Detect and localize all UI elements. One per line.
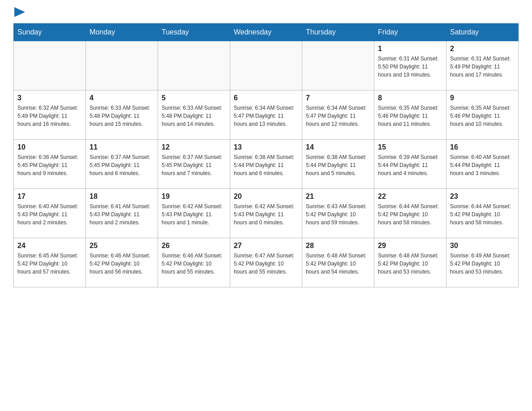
calendar-day-cell: 18Sunrise: 6:41 AM Sunset: 5:43 PM Dayli…	[86, 189, 158, 238]
svg-marker-0	[14, 7, 25, 17]
calendar-day-cell: 25Sunrise: 6:46 AM Sunset: 5:42 PM Dayli…	[86, 238, 158, 287]
day-of-week-header: Friday	[374, 24, 446, 41]
calendar-day-cell: 4Sunrise: 6:33 AM Sunset: 5:48 PM Daylig…	[86, 90, 158, 140]
calendar-day-cell: 10Sunrise: 6:36 AM Sunset: 5:45 PM Dayli…	[14, 140, 86, 189]
calendar-day-cell: 28Sunrise: 6:48 AM Sunset: 5:42 PM Dayli…	[302, 238, 374, 287]
day-info: Sunrise: 6:46 AM Sunset: 5:42 PM Dayligh…	[90, 252, 154, 276]
day-number: 14	[306, 143, 370, 151]
day-info: Sunrise: 6:38 AM Sunset: 5:44 PM Dayligh…	[234, 153, 298, 177]
day-number: 24	[17, 242, 82, 250]
day-of-week-header: Tuesday	[158, 24, 230, 41]
day-number: 8	[378, 94, 442, 102]
day-number: 22	[378, 193, 442, 201]
calendar-day-cell: 30Sunrise: 6:49 AM Sunset: 5:42 PM Dayli…	[446, 238, 519, 287]
calendar-day-cell: 12Sunrise: 6:37 AM Sunset: 5:45 PM Dayli…	[158, 140, 230, 189]
calendar-week-row: 24Sunrise: 6:45 AM Sunset: 5:42 PM Dayli…	[14, 238, 519, 287]
day-info: Sunrise: 6:43 AM Sunset: 5:42 PM Dayligh…	[306, 202, 370, 227]
day-number: 15	[378, 143, 442, 151]
calendar-week-row: 17Sunrise: 6:40 AM Sunset: 5:43 PM Dayli…	[14, 189, 519, 238]
day-number: 5	[162, 94, 226, 102]
day-info: Sunrise: 6:47 AM Sunset: 5:42 PM Dayligh…	[234, 252, 298, 276]
logo-content	[13, 9, 25, 14]
day-number: 27	[234, 242, 298, 250]
day-of-week-header: Monday	[86, 24, 158, 41]
day-info: Sunrise: 6:34 AM Sunset: 5:47 PM Dayligh…	[234, 104, 298, 128]
calendar-table: SundayMondayTuesdayWednesdayThursdayFrid…	[13, 23, 519, 287]
day-of-week-header: Sunday	[14, 24, 86, 41]
calendar-day-cell	[230, 41, 302, 90]
day-number: 28	[306, 242, 370, 250]
day-number: 3	[17, 94, 82, 102]
day-number: 26	[162, 242, 226, 250]
calendar-day-cell: 29Sunrise: 6:48 AM Sunset: 5:42 PM Dayli…	[374, 238, 446, 287]
calendar-day-cell: 16Sunrise: 6:40 AM Sunset: 5:44 PM Dayli…	[446, 140, 519, 189]
calendar-day-cell: 11Sunrise: 6:37 AM Sunset: 5:45 PM Dayli…	[86, 140, 158, 189]
calendar-day-cell: 8Sunrise: 6:35 AM Sunset: 5:46 PM Daylig…	[374, 90, 446, 140]
day-number: 10	[17, 143, 82, 151]
day-info: Sunrise: 6:39 AM Sunset: 5:44 PM Dayligh…	[378, 153, 442, 177]
calendar-week-row: 3Sunrise: 6:32 AM Sunset: 5:49 PM Daylig…	[14, 90, 519, 140]
day-info: Sunrise: 6:48 AM Sunset: 5:42 PM Dayligh…	[378, 252, 442, 276]
calendar-day-cell: 23Sunrise: 6:44 AM Sunset: 5:42 PM Dayli…	[446, 189, 519, 238]
day-info: Sunrise: 6:40 AM Sunset: 5:43 PM Dayligh…	[17, 202, 82, 227]
day-number: 23	[450, 193, 515, 201]
day-number: 2	[450, 45, 515, 53]
day-info: Sunrise: 6:33 AM Sunset: 5:48 PM Dayligh…	[90, 104, 154, 128]
calendar-day-cell: 14Sunrise: 6:38 AM Sunset: 5:44 PM Dayli…	[302, 140, 374, 189]
calendar-day-cell: 1Sunrise: 6:31 AM Sunset: 5:50 PM Daylig…	[374, 41, 446, 90]
calendar-day-cell	[86, 41, 158, 90]
day-number: 1	[378, 45, 442, 53]
calendar-day-cell: 22Sunrise: 6:44 AM Sunset: 5:42 PM Dayli…	[374, 189, 446, 238]
day-info: Sunrise: 6:40 AM Sunset: 5:44 PM Dayligh…	[450, 153, 515, 177]
day-info: Sunrise: 6:48 AM Sunset: 5:42 PM Dayligh…	[306, 252, 370, 276]
calendar-day-cell	[302, 41, 374, 90]
calendar-header-row: SundayMondayTuesdayWednesdayThursdayFrid…	[14, 24, 519, 41]
calendar-day-cell: 24Sunrise: 6:45 AM Sunset: 5:42 PM Dayli…	[14, 238, 86, 287]
day-number: 19	[162, 193, 226, 201]
day-info: Sunrise: 6:31 AM Sunset: 5:50 PM Dayligh…	[378, 55, 442, 79]
day-number: 30	[450, 242, 515, 250]
day-info: Sunrise: 6:41 AM Sunset: 5:43 PM Dayligh…	[90, 202, 154, 227]
day-number: 9	[450, 94, 515, 102]
calendar-week-row: 10Sunrise: 6:36 AM Sunset: 5:45 PM Dayli…	[14, 140, 519, 189]
day-info: Sunrise: 6:36 AM Sunset: 5:45 PM Dayligh…	[17, 153, 82, 177]
logo	[13, 9, 25, 14]
calendar-day-cell: 2Sunrise: 6:31 AM Sunset: 5:49 PM Daylig…	[446, 41, 519, 90]
calendar-day-cell: 27Sunrise: 6:47 AM Sunset: 5:42 PM Dayli…	[230, 238, 302, 287]
day-number: 4	[90, 94, 154, 102]
day-info: Sunrise: 6:45 AM Sunset: 5:42 PM Dayligh…	[17, 252, 82, 276]
logo-arrow-icon	[14, 7, 25, 17]
calendar-day-cell: 5Sunrise: 6:33 AM Sunset: 5:48 PM Daylig…	[158, 90, 230, 140]
day-info: Sunrise: 6:38 AM Sunset: 5:44 PM Dayligh…	[306, 153, 370, 177]
day-number: 6	[234, 94, 298, 102]
day-number: 13	[234, 143, 298, 151]
day-info: Sunrise: 6:35 AM Sunset: 5:46 PM Dayligh…	[450, 104, 515, 128]
day-info: Sunrise: 6:32 AM Sunset: 5:49 PM Dayligh…	[17, 104, 82, 128]
day-number: 7	[306, 94, 370, 102]
page-header	[13, 9, 519, 14]
day-info: Sunrise: 6:31 AM Sunset: 5:49 PM Dayligh…	[450, 55, 515, 79]
day-of-week-header: Wednesday	[230, 24, 302, 41]
day-number: 16	[450, 143, 515, 151]
calendar-day-cell	[14, 41, 86, 90]
day-number: 17	[17, 193, 82, 201]
day-number: 25	[90, 242, 154, 250]
calendar-day-cell: 9Sunrise: 6:35 AM Sunset: 5:46 PM Daylig…	[446, 90, 519, 140]
day-info: Sunrise: 6:35 AM Sunset: 5:46 PM Dayligh…	[378, 104, 442, 128]
day-info: Sunrise: 6:46 AM Sunset: 5:42 PM Dayligh…	[162, 252, 226, 276]
calendar-day-cell: 17Sunrise: 6:40 AM Sunset: 5:43 PM Dayli…	[14, 189, 86, 238]
day-info: Sunrise: 6:49 AM Sunset: 5:42 PM Dayligh…	[450, 252, 515, 276]
calendar-day-cell: 26Sunrise: 6:46 AM Sunset: 5:42 PM Dayli…	[158, 238, 230, 287]
calendar-day-cell	[158, 41, 230, 90]
calendar-day-cell: 7Sunrise: 6:34 AM Sunset: 5:47 PM Daylig…	[302, 90, 374, 140]
calendar-day-cell: 19Sunrise: 6:42 AM Sunset: 5:43 PM Dayli…	[158, 189, 230, 238]
calendar-day-cell: 6Sunrise: 6:34 AM Sunset: 5:47 PM Daylig…	[230, 90, 302, 140]
calendar-day-cell: 13Sunrise: 6:38 AM Sunset: 5:44 PM Dayli…	[230, 140, 302, 189]
calendar-day-cell: 20Sunrise: 6:42 AM Sunset: 5:43 PM Dayli…	[230, 189, 302, 238]
day-number: 20	[234, 193, 298, 201]
day-of-week-header: Thursday	[302, 24, 374, 41]
day-number: 11	[90, 143, 154, 151]
day-info: Sunrise: 6:33 AM Sunset: 5:48 PM Dayligh…	[162, 104, 226, 128]
day-info: Sunrise: 6:42 AM Sunset: 5:43 PM Dayligh…	[162, 202, 226, 227]
day-number: 29	[378, 242, 442, 250]
